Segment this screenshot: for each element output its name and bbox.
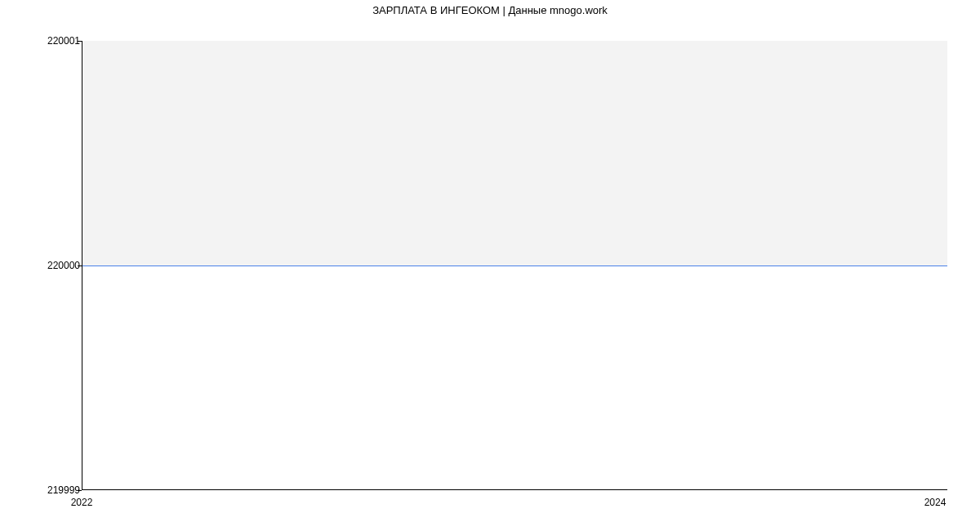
y-tick-mark	[78, 490, 82, 491]
chart-title: ЗАРПЛАТА В ИНГЕОКОМ | Данные mnogo.work	[0, 4, 980, 16]
data-line	[82, 266, 947, 266]
y-tick-mark	[78, 266, 82, 266]
area-fill	[82, 41, 947, 266]
y-tick-label: 220000	[31, 260, 80, 271]
y-tick-label: 219999	[31, 484, 80, 496]
y-tick-label: 220001	[31, 35, 80, 47]
x-tick-label: 2024	[915, 497, 956, 508]
chart-container: ЗАРПЛАТА В ИНГЕОКОМ | Данные mnogo.work …	[0, 0, 980, 531]
x-tick-label: 2022	[61, 497, 102, 508]
y-tick-mark	[78, 41, 82, 42]
plot-area	[82, 41, 947, 490]
